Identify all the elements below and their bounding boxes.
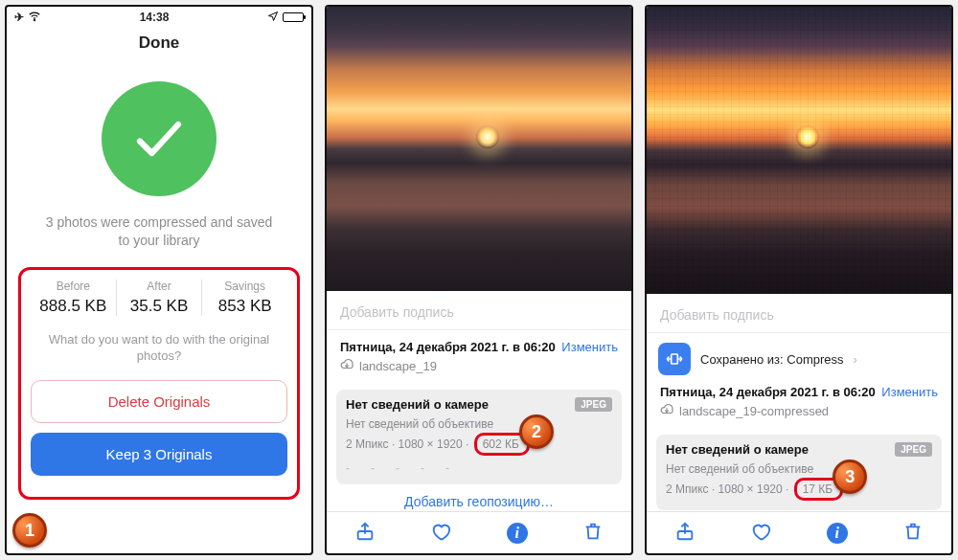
trash-icon[interactable]	[582, 521, 604, 546]
heart-icon[interactable]	[430, 521, 451, 546]
stat-after-value: 35.5 KB	[117, 297, 202, 316]
screen-photo-original: Добавить подпись Пятница, 24 декабря 202…	[325, 5, 633, 555]
dash: -	[371, 461, 375, 475]
lens-line: Нет сведений об объективе	[666, 462, 932, 476]
success-check-icon	[102, 81, 217, 196]
highlight-size-2: 602 КБ 2	[474, 433, 530, 456]
stat-savings-label: Savings	[202, 280, 287, 293]
resolution-line: 2 Мпикс · 1080 × 1920 ·	[666, 482, 788, 496]
stat-before-value: 888.5 KB	[31, 297, 116, 316]
photo-date: Пятница, 24 декабря 2021 г. в 06:20	[340, 340, 556, 354]
screen-photo-compressed: Добавить подпись Сохранено из: Compress …	[645, 5, 953, 555]
format-tag: JPEG	[575, 397, 612, 412]
keep-originals-button[interactable]: Keep 3 Originals	[31, 433, 287, 476]
originals-prompt: What do you want to do with the original…	[31, 331, 287, 380]
step-badge-1: 1	[12, 513, 47, 548]
filename: landscape_19-compressed	[679, 404, 829, 418]
info-icon[interactable]: i	[827, 523, 848, 544]
screen-compress-done: ✈︎ 14:38 Done 3 photos were compressed a…	[5, 5, 313, 555]
heart-icon[interactable]	[750, 521, 771, 546]
format-tag: JPEG	[895, 442, 932, 457]
delete-originals-button[interactable]: Delete Originals	[31, 380, 287, 423]
lens-line: Нет сведений об объективе	[346, 417, 612, 431]
cloud-icon	[660, 403, 673, 419]
file-size: 17 КБ	[803, 482, 833, 496]
camera-info-box: Нет сведений о камере JPEG Нет сведений …	[656, 435, 942, 510]
battery-icon	[283, 12, 304, 22]
caption-field[interactable]: Добавить подпись	[647, 294, 951, 333]
highlight-frame-1: Before 888.5 KB After 35.5 KB Savings 85…	[18, 267, 300, 500]
stat-before-label: Before	[31, 280, 116, 293]
caption-field[interactable]: Добавить подпись	[327, 291, 631, 330]
svg-point-0	[34, 19, 34, 20]
dash: -	[421, 461, 424, 475]
wifi-icon	[28, 10, 41, 26]
photo-toolbar: i	[647, 511, 951, 553]
camera-info-box: Нет сведений о камере JPEG Нет сведений …	[336, 390, 622, 484]
edit-date-button[interactable]: Изменить	[881, 385, 938, 399]
info-icon[interactable]: i	[507, 523, 528, 544]
dash: -	[396, 461, 399, 475]
location-icon	[267, 11, 279, 25]
origin-text[interactable]: Сохранено из: Compress	[700, 352, 844, 367]
photo-date: Пятница, 24 декабря 2021 г. в 06:20	[660, 385, 876, 399]
page-title: Done	[7, 28, 311, 62]
trash-icon[interactable]	[902, 521, 924, 546]
chevron-right-icon: ›	[854, 352, 857, 367]
file-size: 602 КБ	[483, 437, 519, 451]
add-geo-button[interactable]: Добавить геопозицию…	[327, 484, 631, 511]
edit-date-button[interactable]: Изменить	[561, 340, 618, 354]
photo-toolbar: i	[327, 511, 631, 553]
filename: landscape_19	[359, 359, 437, 373]
step-badge-2: 2	[519, 414, 554, 449]
dash: -	[346, 461, 350, 475]
svg-rect-3	[672, 354, 678, 364]
status-time: 14:38	[140, 11, 170, 24]
dash: -	[445, 461, 449, 475]
camera-header: Нет сведений о камере	[666, 442, 809, 457]
photo-preview[interactable]	[647, 7, 951, 294]
photo-preview[interactable]	[327, 7, 631, 291]
app-origin-icon	[658, 343, 691, 375]
airplane-icon: ✈︎	[14, 11, 24, 24]
stat-after-label: After	[117, 280, 202, 293]
camera-header: Нет сведений о камере	[346, 397, 489, 412]
share-icon[interactable]	[674, 521, 696, 546]
highlight-size-3: 17 КБ 3	[794, 478, 844, 501]
resolution-line: 2 Мпикс · 1080 × 1920 ·	[346, 437, 468, 451]
success-message: 3 photos were compressed and saved to yo…	[7, 213, 311, 267]
stats-row: Before 888.5 KB After 35.5 KB Savings 85…	[31, 280, 287, 316]
step-badge-3: 3	[833, 459, 867, 494]
status-bar: ✈︎ 14:38	[7, 7, 311, 28]
share-icon[interactable]	[354, 521, 376, 546]
stat-savings-value: 853 KB	[202, 297, 287, 316]
cloud-icon	[340, 358, 354, 374]
